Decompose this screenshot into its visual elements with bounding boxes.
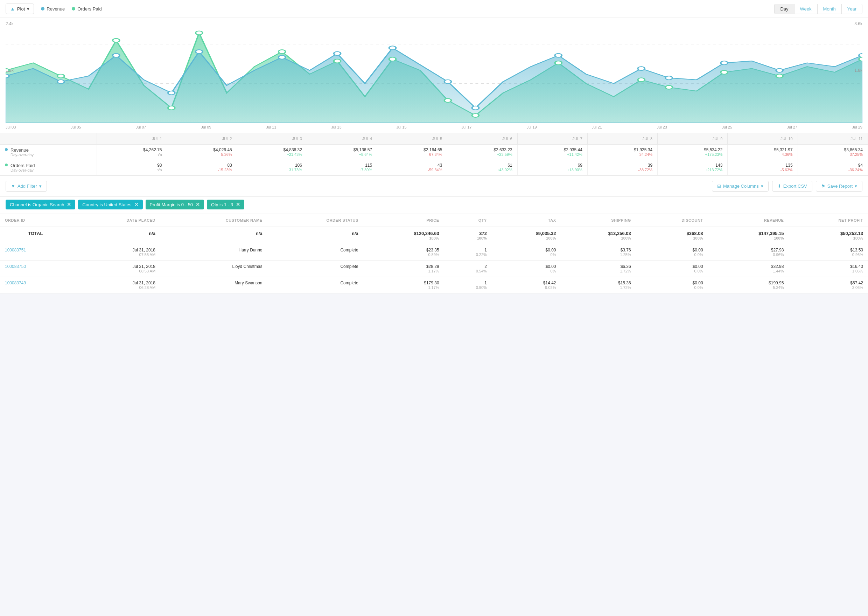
col-jul9: JUL 9 (658, 133, 728, 145)
order-shipping-2: $15.36 (618, 281, 631, 285)
filter-tag-channel-remove[interactable]: ✕ (67, 202, 71, 207)
order-price-1: $28.29 (426, 264, 439, 269)
orders-table-header: ORDER ID DATE PLACED CUSTOMER NAME ORDER… (0, 214, 868, 227)
col-jul2: JUL 2 (167, 133, 237, 145)
svg-point-11 (472, 106, 479, 110)
total-tax: $9,035.32 100% (492, 227, 561, 244)
export-icon: ⬇ (777, 184, 781, 189)
order-id-link-0[interactable]: 100083751 (5, 248, 26, 253)
manage-cols-label: Manage Columns (723, 184, 759, 189)
svg-point-27 (472, 113, 479, 117)
svg-point-20 (113, 39, 120, 42)
col-jul3: JUL 3 (237, 133, 307, 145)
y-axis-right-mid: 1.8k (854, 68, 862, 73)
col-price: PRICE (363, 214, 444, 227)
col-metric (0, 133, 97, 145)
order-customer-1: Lloyd Christmas (160, 261, 267, 277)
col-jul7: JUL 7 (517, 133, 587, 145)
plot-button[interactable]: ▲ Plot ▾ (6, 3, 34, 14)
save-report-chevron: ▾ (855, 184, 857, 189)
order-tax-1: $0.00 (545, 264, 556, 269)
order-id-link-1[interactable]: 100083750 (5, 264, 26, 269)
col-jul6: JUL 6 (447, 133, 517, 145)
time-btn-week[interactable]: Week (794, 4, 817, 14)
manage-columns-button[interactable]: ⊞ Manage Columns ▾ (712, 181, 769, 192)
time-period-selector: Day Week Month Year (774, 4, 862, 14)
order-discount-pct-1: 0.0% (641, 269, 703, 273)
filter-tag-country-remove[interactable]: ✕ (135, 202, 139, 207)
save-report-button[interactable]: ⚑ Save Report ▾ (816, 181, 862, 192)
y-axis-right-top: 3.6k (854, 21, 862, 26)
order-date-2: Jul 31, 2018 (133, 281, 155, 285)
svg-point-29 (638, 78, 645, 82)
total-status: n/a (267, 227, 363, 244)
order-id-link-2[interactable]: 100083749 (5, 281, 26, 285)
chart-x-axis: Jul 03 Jul 05 Jul 07 Jul 09 Jul 11 Jul 1… (0, 123, 868, 133)
col-net-profit: NET PROFIT (788, 214, 868, 227)
order-date-0: Jul 31, 2018 (133, 248, 155, 253)
col-order-status: ORDER STATUS (267, 214, 363, 227)
filter-tag-profit-remove[interactable]: ✕ (196, 202, 200, 207)
order-date-1: Jul 31, 2018 (133, 264, 155, 269)
svg-point-21 (168, 106, 175, 110)
plot-chevron: ▾ (27, 6, 30, 11)
svg-point-4 (113, 53, 120, 57)
col-order-id: ORDER ID (0, 214, 71, 227)
orders-legend-label: Orders Paid (77, 6, 102, 11)
total-label: TOTAL (0, 227, 71, 244)
svg-point-26 (445, 98, 451, 102)
revenue-legend-label: Revenue (47, 6, 65, 11)
order-tax-pct-0: 0% (497, 253, 556, 257)
revenue-label: Revenue (11, 148, 34, 153)
filter-tag-country: Country is United States ✕ (78, 200, 143, 209)
order-profit-1: $16.40 (850, 264, 863, 269)
order-profit-pct-1: 1.06% (793, 269, 863, 273)
add-filter-chevron: ▾ (39, 184, 42, 189)
orders-row: Orders Paid Day-over-day 98n/a 83-15.23%… (0, 160, 868, 176)
active-filters-row: Channel is Organic Search ✕ Country is U… (0, 197, 868, 214)
order-revenue-pct-2: 5.34% (713, 285, 784, 290)
order-price-pct-1: 1.17% (368, 269, 439, 273)
table-row: 100083749 Jul 31, 2018 06:28 AM Mary Swa… (0, 277, 868, 294)
add-filter-label: Add Filter (17, 184, 37, 189)
col-customer-name: CUSTOMER NAME (160, 214, 267, 227)
export-csv-button[interactable]: ⬇ Export CSV (772, 181, 812, 192)
col-jul10: JUL 10 (728, 133, 797, 145)
orders-label: Orders Paid (11, 163, 34, 168)
order-profit-2: $57.42 (850, 281, 863, 285)
col-discount: DISCOUNT (636, 214, 708, 227)
order-qty-pct-1: 0.54% (449, 269, 487, 273)
order-customer-0: Harry Dunne (160, 244, 267, 261)
svg-point-13 (638, 66, 645, 71)
filter-tag-country-label: Country is United States (82, 202, 131, 207)
svg-point-24 (334, 59, 341, 63)
col-jul4: JUL 4 (307, 133, 377, 145)
svg-point-2 (6, 74, 9, 78)
table-row: 100083750 Jul 31, 2018 08:53 AM Lloyd Ch… (0, 261, 868, 277)
svg-point-16 (776, 69, 783, 72)
time-btn-month[interactable]: Month (817, 4, 841, 14)
total-discount: $368.08 100% (636, 227, 708, 244)
orders-sublabel: Day-over-day (11, 168, 34, 172)
filter-tag-profit: Profit Margin is 0 - 50 ✕ (146, 200, 204, 209)
svg-point-9 (389, 46, 396, 50)
order-tax-pct-1: 0% (497, 269, 556, 273)
manage-cols-chevron: ▾ (761, 184, 763, 189)
svg-point-22 (196, 31, 203, 35)
chart-area: 2.4k 1.2k 3.6k 1.8k (0, 18, 868, 123)
filter-tag-qty-label: Qty is 1 - 3 (211, 202, 233, 207)
revenue-sublabel: Day-over-day (11, 153, 34, 157)
order-profit-pct-2: 3.06% (793, 285, 863, 290)
chart-icon: ▲ (10, 6, 15, 11)
filter-tag-qty: Qty is 1 - 3 ✕ (207, 200, 244, 209)
order-shipping-0: $3.76 (620, 248, 631, 253)
order-price-0: $23.35 (426, 248, 439, 253)
svg-point-8 (334, 52, 341, 55)
col-jul5: JUL 5 (377, 133, 447, 145)
time-btn-day[interactable]: Day (774, 4, 794, 14)
time-btn-year[interactable]: Year (841, 4, 862, 14)
svg-point-3 (57, 80, 64, 84)
filter-tag-qty-remove[interactable]: ✕ (236, 202, 240, 207)
total-price: $120,346.63 100% (363, 227, 444, 244)
add-filter-button[interactable]: ▼ Add Filter ▾ (6, 181, 47, 192)
